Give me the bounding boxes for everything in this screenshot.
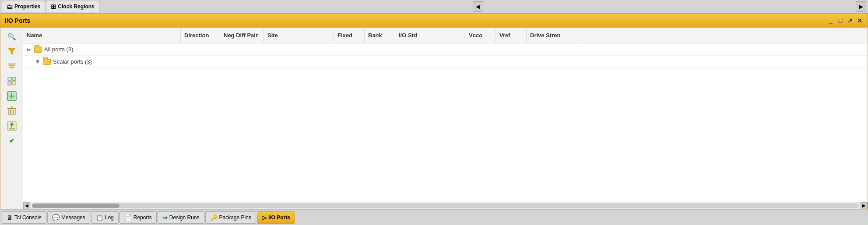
col-header-vref: Vref [496,28,527,43]
table-area: Name Direction Neg Diff Pair Site Fixed … [23,28,868,209]
tab-messages[interactable]: 💬 Messages [47,211,90,224]
maximize-button[interactable]: □ [837,17,844,24]
delete-button[interactable] [4,104,20,118]
tree-content: ⊟ All ports (3) ⊞ Scalar ports (3) [23,43,868,202]
panel-titlebar: I/O Ports _ □ ↗ ✕ [0,14,868,28]
package-pins-label: Package Pins [219,214,251,221]
scroll-track[interactable] [32,204,859,208]
col-header-name: Name [23,28,181,43]
col-header-bank: Bank [365,28,395,43]
io-ports-tab-label: I/O Ports [268,214,290,221]
col-header-fixed: Fixed [334,28,365,43]
svg-rect-6 [8,82,11,85]
col-header-site: Site [264,28,334,43]
col-header-drive-strength: Drive Stren [527,28,579,43]
minimize-button[interactable]: _ [827,17,834,24]
svg-marker-0 [8,48,15,54]
package-pins-icon: 🔑 [210,214,218,221]
folder-icon-all-ports [34,46,42,54]
popout-button[interactable]: ↗ [847,17,854,24]
io-ports-panel: I/O Ports _ □ ↗ ✕ 🔍 [0,13,868,209]
svg-rect-2 [9,65,14,66]
scroll-left-arrow[interactable]: ◀ [23,202,30,209]
messages-label: Messages [61,214,85,221]
sort-button[interactable] [4,59,20,73]
panel-title: I/O Ports [5,17,30,24]
tcl-console-label: Tcl Console [14,214,42,221]
design-runs-label: Design Runs [169,214,200,221]
titlebar-controls: _ □ ↗ ✕ [827,17,863,24]
svg-rect-3 [10,67,14,68]
add-button[interactable] [4,89,20,103]
tab-io-ports[interactable]: ▷ I/O Ports [257,211,295,224]
log-label: Log [105,214,114,221]
folder-icon-scalar-ports [42,58,51,66]
tab-properties-label: Properties [14,4,40,10]
svg-rect-1 [8,64,15,64]
tab-package-pins[interactable]: 🔑 Package Pins [205,211,256,224]
top-tab-bar: 🗂 Properties ⊞ Clock Regions ◀ ▶ [0,0,868,13]
tree-row-scalar-ports[interactable]: ⊞ Scalar ports (3) [23,56,868,68]
col-header-direction: Direction [181,28,220,43]
search-button[interactable]: 🔍 [4,29,20,43]
check-button[interactable]: ✔ [4,134,20,148]
expand-button[interactable] [4,74,20,88]
properties-icon: 🗂 [7,3,13,10]
collapse-toggle-all-ports[interactable]: ⊟ [27,46,34,52]
log-icon: 📋 [96,214,103,221]
filter-button[interactable] [4,44,20,58]
column-headers: Name Direction Neg Diff Pair Site Fixed … [23,28,868,43]
left-toolbar: 🔍 [0,28,23,209]
panel-body: 🔍 [0,28,868,209]
clock-regions-icon: ⊞ [51,3,56,10]
tab-reports[interactable]: 📄 Reports [119,211,157,224]
svg-rect-4 [8,77,11,81]
tcl-console-icon: 🖥 [7,214,13,221]
expand-toggle-scalar-ports[interactable]: ⊞ [35,59,42,64]
export-button[interactable] [4,119,20,133]
tab-properties[interactable]: 🗂 Properties [2,1,45,12]
tree-row-all-ports[interactable]: ⊟ All ports (3) [23,43,868,56]
scalar-ports-label: Scalar ports (3) [53,58,92,65]
close-button[interactable]: ✕ [856,17,863,24]
tab-log[interactable]: 📋 Log [91,211,119,224]
col-header-neg-diff-pair: Neg Diff Pair [220,28,264,43]
tab-tcl-console[interactable]: 🖥 Tcl Console [2,211,46,224]
reports-label: Reports [134,214,152,221]
all-ports-label: All ports (3) [44,46,73,53]
scroll-right-arrow[interactable]: ▶ [861,202,868,209]
tab-design-runs[interactable]: ⇒ Design Runs [158,211,204,224]
horizontal-scrollbar[interactable]: ◀ ▶ [23,202,868,209]
col-header-io-std: I/O Std [395,28,465,43]
messages-icon: 💬 [52,214,60,221]
design-runs-icon: ⇒ [162,214,168,221]
io-ports-tab-icon: ▷ [262,214,267,221]
scroll-thumb[interactable] [32,204,119,208]
col-header-vcco: Vcco [465,28,496,43]
nav-arrow-left[interactable]: ◀ [473,1,483,12]
tab-clock-regions[interactable]: ⊞ Clock Regions [46,1,99,12]
tab-clock-regions-label: Clock Regions [58,4,94,10]
svg-rect-7 [12,82,16,85]
reports-icon: 📄 [124,214,132,221]
bottom-tab-bar: 🖥 Tcl Console 💬 Messages 📋 Log 📄 Reports… [0,209,868,225]
svg-rect-11 [8,109,15,115]
svg-rect-5 [12,77,16,81]
nav-arrow-right[interactable]: ▶ [856,1,866,12]
